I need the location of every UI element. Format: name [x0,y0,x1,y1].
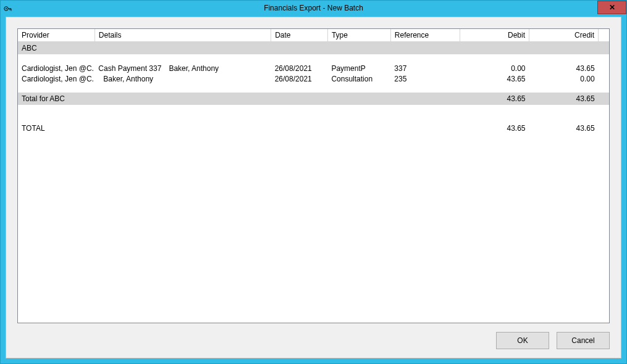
grand-total-debit: 43.65 [460,122,529,134]
col-details[interactable]: Details [95,29,271,42]
cell-details: Cash Payment 337 Baker, Anthony [95,63,271,73]
window-frame: Financials Export - New Batch ✕ [0,0,627,364]
cell-reference: 337 [390,63,460,73]
subtotal-debit: 43.65 [460,93,529,105]
grand-total-credit: 43.65 [529,122,599,134]
close-button[interactable]: ✕ [597,1,626,14]
col-date[interactable]: Date [271,29,328,42]
cell-debit: 43.65 [460,73,529,84]
ok-button[interactable]: OK [496,332,549,349]
column-header-row[interactable]: Provider Details Date Type Reference Deb… [18,29,609,42]
titlebar[interactable]: Financials Export - New Batch ✕ [1,1,626,17]
cell-type: Consultation [327,73,390,84]
cell-reference: 235 [390,73,460,84]
client-area: Provider Details Date Type Reference Deb… [6,17,621,358]
col-scroll-spacer [599,29,609,42]
cancel-button[interactable]: Cancel [557,332,610,349]
cell-provider: Cardiologist, Jen @C... [18,73,95,84]
group-header-row[interactable]: ABC [18,42,609,55]
cell-provider: Cardiologist, Jen @C... [18,63,95,73]
dialog-buttons: OK Cancel [496,332,610,349]
col-credit[interactable]: Credit [529,29,599,42]
group-name: ABC [18,42,609,55]
grand-total-row[interactable]: TOTAL 43.65 43.65 [18,122,609,134]
close-icon: ✕ [609,4,615,11]
col-provider[interactable]: Provider [18,29,95,42]
group-subtotal-row[interactable]: Total for ABC 43.65 43.65 [18,93,609,105]
data-row[interactable]: Cardiologist, Jen @C... Baker, Anthony 2… [18,73,609,84]
data-grid[interactable]: Provider Details Date Type Reference Deb… [17,28,610,323]
col-debit[interactable]: Debit [460,29,529,42]
cell-credit: 0.00 [529,73,599,84]
window-title: Financials Export - New Batch [1,4,626,12]
cell-details: Baker, Anthony [95,73,271,84]
col-reference[interactable]: Reference [390,29,460,42]
grand-total-label: TOTAL [18,122,460,134]
cell-credit: 43.65 [529,63,599,73]
subtotal-label: Total for ABC [18,93,460,105]
cell-date: 26/08/2021 [271,73,328,84]
col-type[interactable]: Type [327,29,390,42]
cell-debit: 0.00 [460,63,529,73]
data-row[interactable]: Cardiologist, Jen @C... Cash Payment 337… [18,63,609,73]
cell-date: 26/08/2021 [271,63,328,73]
subtotal-credit: 43.65 [529,93,599,105]
cell-type: PaymentP [327,63,390,73]
